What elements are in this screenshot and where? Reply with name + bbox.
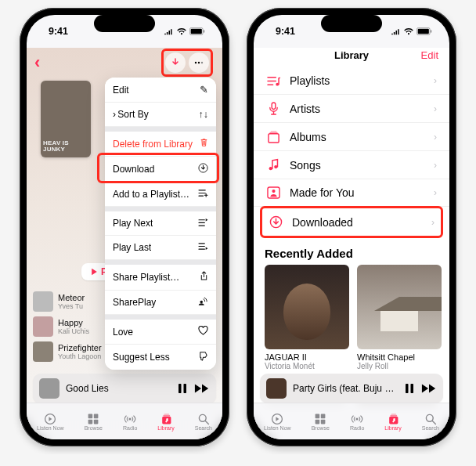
pause-icon[interactable]	[177, 383, 188, 394]
forward-icon[interactable]	[421, 383, 437, 394]
svg-rect-36	[316, 414, 320, 418]
now-playing-title: Party Girls (feat. Buju Banto…	[293, 383, 398, 394]
album-artwork	[265, 265, 349, 349]
svg-rect-37	[321, 414, 326, 418]
download-header-button[interactable]	[165, 52, 186, 73]
album-artist: Victoria Monét	[265, 362, 349, 370]
tab-radio[interactable]: Radio	[123, 413, 137, 431]
tab-listen-now[interactable]: Listen Now	[37, 413, 64, 431]
tab-library[interactable]: Library	[157, 413, 174, 431]
play-icon	[91, 268, 98, 276]
svg-rect-12	[94, 414, 99, 418]
svg-rect-38	[316, 419, 320, 424]
row-albums[interactable]: Albums›	[254, 123, 449, 151]
play-circle-icon	[44, 413, 56, 425]
play-circle-icon	[271, 413, 283, 425]
menu-share-playlist[interactable]: Share Playlist…	[105, 265, 216, 291]
queue-next-icon	[198, 218, 208, 229]
menu-play-last[interactable]: Play Last	[105, 236, 216, 260]
radio-icon	[124, 413, 136, 425]
song-list-partial: MeteorYves Tu HappyKali Uchis Prizefight…	[33, 289, 106, 364]
menu-sort-by[interactable]: › Sort By ↑↓	[105, 103, 216, 127]
signal-icon	[164, 28, 174, 35]
now-playing-bar[interactable]: Party Girls (feat. Buju Banto…	[260, 374, 443, 403]
more-button[interactable]	[189, 52, 209, 73]
row-made-for-you[interactable]: Made for You›	[254, 179, 449, 207]
svg-point-40	[356, 417, 359, 420]
signal-icon	[391, 28, 401, 35]
row-artists[interactable]: Artists›	[254, 95, 449, 123]
thumbs-down-icon	[198, 351, 208, 363]
svg-rect-1	[191, 29, 202, 34]
now-playing-artwork	[39, 378, 60, 399]
grid-icon	[87, 413, 99, 425]
download-circle-icon	[198, 163, 208, 175]
tab-browse[interactable]: Browse	[85, 413, 103, 431]
album-artwork[interactable]: HEAV IS JUNKY	[41, 81, 91, 157]
now-playing-bar[interactable]: Good Lies	[33, 374, 216, 403]
tab-listen-now[interactable]: Listen Now	[264, 413, 291, 431]
tab-search[interactable]: Search	[422, 413, 439, 431]
svg-rect-8	[178, 384, 182, 393]
forward-icon[interactable]	[194, 383, 210, 394]
battery-icon	[189, 27, 205, 35]
svg-point-19	[199, 414, 206, 421]
album-card[interactable]: Whitsitt Chapel Jelly Roll	[357, 265, 442, 370]
tab-browse[interactable]: Browse	[312, 413, 330, 431]
menu-edit[interactable]: Edit ✎	[105, 78, 216, 103]
list-item[interactable]: HappyKali Uchis	[33, 314, 106, 339]
back-button[interactable]: ‹	[31, 52, 40, 73]
menu-suggest-less[interactable]: Suggest Less	[105, 345, 216, 370]
page-title: Library	[254, 49, 449, 61]
status-time: 9:41	[49, 26, 68, 37]
svg-point-7	[200, 301, 204, 304]
highlight-downloaded-row: Downloaded›	[260, 206, 443, 238]
svg-point-4	[198, 62, 200, 63]
menu-play-next[interactable]: Play Next	[105, 211, 216, 236]
row-playlists[interactable]: Playlists›	[254, 67, 449, 95]
album-card[interactable]: JAGUAR II Victoria Monét	[265, 265, 349, 370]
search-icon	[197, 413, 210, 425]
recently-added-grid: JAGUAR II Victoria Monét Whitsitt Chapel…	[254, 265, 449, 370]
svg-rect-11	[88, 414, 93, 418]
svg-rect-43	[391, 414, 396, 414]
download-arrow-icon	[171, 58, 180, 67]
chevron-right-icon: ›	[431, 217, 435, 228]
library-icon	[160, 413, 172, 425]
tab-bar: Listen Now Browse Radio Library Search	[254, 403, 449, 439]
svg-point-31	[272, 190, 275, 193]
menu-delete[interactable]: Delete from Library	[105, 132, 216, 157]
tab-radio[interactable]: Radio	[350, 413, 364, 431]
chevron-right-icon: ›	[434, 187, 437, 198]
svg-rect-42	[390, 414, 397, 416]
list-item[interactable]: PrizefighterYouth Lagoon	[33, 339, 106, 364]
trash-icon	[200, 138, 208, 150]
chevron-right-icon: ›	[434, 103, 437, 114]
wifi-icon	[176, 27, 187, 35]
tab-search[interactable]: Search	[195, 413, 212, 431]
menu-love[interactable]: Love	[105, 320, 216, 345]
svg-rect-26	[269, 132, 277, 133]
tab-library[interactable]: Library	[384, 413, 401, 431]
menu-shareplay[interactable]: SharePlay	[105, 291, 216, 315]
svg-rect-22	[431, 30, 431, 32]
svg-rect-33	[406, 384, 409, 393]
row-downloaded[interactable]: Downloaded›	[262, 208, 441, 236]
sort-icon: ↑↓	[199, 109, 209, 120]
svg-point-3	[195, 62, 197, 63]
svg-point-15	[129, 417, 132, 420]
row-songs[interactable]: Songs›	[254, 151, 449, 179]
menu-download[interactable]: Download	[105, 157, 216, 182]
list-item[interactable]: MeteorYves Tu	[33, 289, 106, 314]
downloaded-icon	[269, 215, 283, 229]
svg-point-44	[426, 414, 433, 421]
wifi-icon	[403, 27, 414, 35]
shareplay-icon	[197, 297, 208, 308]
pause-icon[interactable]	[404, 383, 415, 394]
status-time: 9:41	[276, 26, 295, 37]
microphone-icon	[266, 102, 280, 115]
svg-rect-17	[163, 414, 170, 416]
menu-add-playlist[interactable]: Add to a Playlist…	[105, 182, 216, 207]
ellipsis-icon	[194, 61, 204, 64]
album-title: JAGUAR II	[265, 349, 349, 362]
